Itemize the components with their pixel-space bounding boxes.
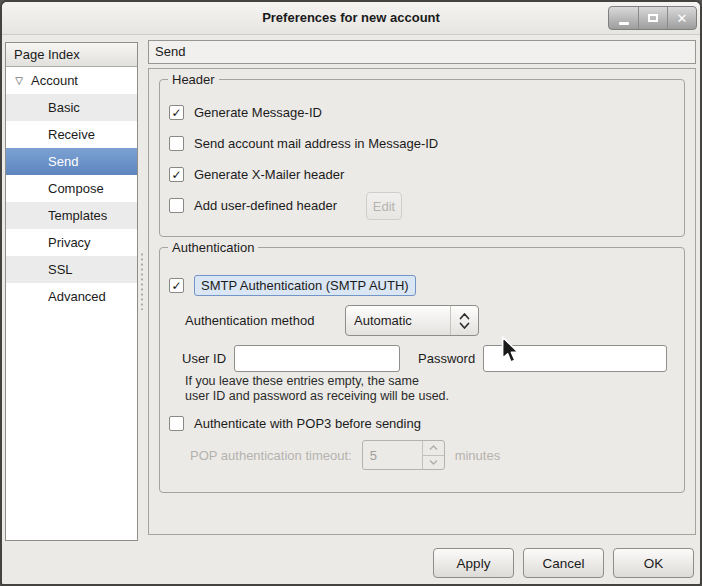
authentication-method-label: Authentication method [185,313,345,328]
checkbox-label[interactable]: Generate X-Mailer header [194,167,344,182]
authentication-method-row: Authentication method Automatic [185,305,479,336]
title-bar[interactable]: Preferences for new account ✕ [2,2,700,35]
checkbox-icon[interactable] [169,198,184,213]
edit-button: Edit [366,192,402,220]
user-id-label: User ID [182,351,226,366]
authentication-method-select[interactable]: Automatic [345,305,479,336]
cancel-button[interactable]: Cancel [523,548,604,578]
sidebar-item-account[interactable]: ▽ Account [6,67,137,94]
header-group: Header ✓ Generate Message-ID Send accoun… [159,79,685,237]
sidebar-item-label: Receive [48,121,95,148]
credentials-row: User ID Password [182,345,667,372]
hint-line-2: user ID and password as receiving will b… [185,389,449,404]
checkbox-generate-xmailer[interactable]: ✓ Generate X-Mailer header [169,167,344,182]
sidebar-item-advanced[interactable]: Advanced [6,283,137,310]
sidebar-item-privacy[interactable]: Privacy [6,229,137,256]
credentials-hint: If you leave these entries empty, the sa… [185,374,449,404]
sidebar-item-ssl[interactable]: SSL [6,256,137,283]
checkbox-icon[interactable]: ✓ [169,278,184,293]
sidebar-item-label: Templates [48,202,107,229]
minimize-button[interactable] [609,7,638,29]
checkbox-icon[interactable]: ✓ [169,167,184,182]
apply-button[interactable]: Apply [433,548,514,578]
checkbox-generate-message-id[interactable]: ✓ Generate Message-ID [169,105,322,120]
checkbox-label[interactable]: Authenticate with POP3 before sending [194,416,421,431]
preferences-dialog: Preferences for new account ✕ Page Index… [0,0,702,586]
sidebar-item-templates[interactable]: Templates [6,202,137,229]
checkbox-icon[interactable] [169,136,184,151]
sidebar-item-basic[interactable]: Basic [6,94,137,121]
sidebar-item-label: Account [31,67,78,94]
spinner-down-icon [423,455,444,470]
close-icon: ✕ [677,12,688,25]
window-title: Preferences for new account [2,2,700,35]
page-title: Send [148,40,696,64]
sidebar-item-label: Compose [48,175,104,202]
expander-icon[interactable]: ▽ [12,67,26,94]
chevron-updown-icon [450,306,478,335]
sidebar-item-label: Advanced [48,283,106,310]
page-index-panel: Page Index ▽ Account Basic Receive Send … [5,42,138,541]
password-input[interactable] [483,345,667,372]
close-button[interactable]: ✕ [667,7,696,29]
authentication-group-label: Authentication [168,240,258,255]
pop-timeout-value: 5 [363,441,422,469]
sidebar-item-label: Send [48,148,78,175]
pop-timeout-row: POP authentication timeout: 5 minutes [190,440,500,470]
checkbox-label[interactable]: SMTP Authentication (SMTP AUTH) [194,275,416,296]
pane-splitter-grip[interactable] [140,252,145,310]
selected-option: Automatic [346,313,450,328]
checkbox-send-account-address[interactable]: Send account mail address in Message-ID [169,136,438,151]
sidebar-item-label: Basic [48,94,80,121]
checkbox-label[interactable]: Add user-defined header [194,198,337,213]
authentication-group: Authentication ✓ SMTP Authentication (SM… [159,247,685,493]
sidebar-item-label: Privacy [48,229,91,256]
send-settings-panel: Header ✓ Generate Message-ID Send accoun… [148,68,696,535]
sidebar-item-receive[interactable]: Receive [6,121,137,148]
spinner-up-icon [423,441,444,455]
page-index-header[interactable]: Page Index [6,43,137,67]
maximize-button[interactable] [638,7,667,29]
pop-timeout-spinner: 5 [362,440,445,470]
checkbox-pop3-before-sending[interactable]: Authenticate with POP3 before sending [169,416,421,431]
checkbox-smtp-auth[interactable]: ✓ SMTP Authentication (SMTP AUTH) [169,275,416,296]
sidebar-item-label: SSL [48,256,73,283]
checkbox-icon[interactable] [169,416,184,431]
checkbox-label[interactable]: Send account mail address in Message-ID [194,136,438,151]
pop-timeout-label: POP authentication timeout: [190,448,352,463]
sidebar-item-send[interactable]: Send [6,148,137,175]
checkbox-add-user-defined-header[interactable]: Add user-defined header [169,198,337,213]
password-label: Password [418,351,475,366]
hint-line-1: If you leave these entries empty, the sa… [185,374,449,389]
spinner-arrows [422,441,444,469]
user-id-input[interactable] [234,345,400,372]
checkbox-icon[interactable]: ✓ [169,105,184,120]
maximize-icon [648,14,658,22]
minimize-icon [619,22,629,25]
header-group-label: Header [168,72,219,87]
ok-button[interactable]: OK [613,548,694,578]
sidebar-item-compose[interactable]: Compose [6,175,137,202]
checkbox-label[interactable]: Generate Message-ID [194,105,322,120]
pop-timeout-unit: minutes [455,448,501,463]
window-controls: ✕ [608,6,697,30]
